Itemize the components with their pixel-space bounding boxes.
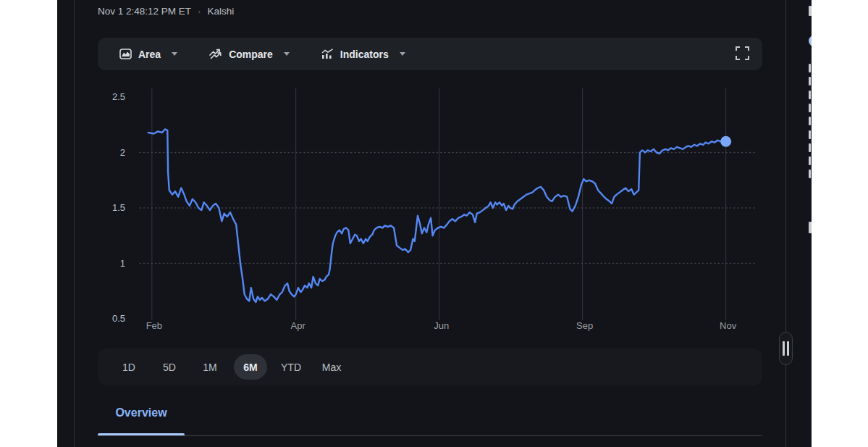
- chart-toolbar: Area Compare Indicators: [98, 38, 762, 70]
- last-price-dot: [720, 136, 731, 147]
- x-tick-label: Jun: [434, 320, 449, 331]
- grip-bar-icon: [787, 341, 789, 356]
- panel-divider: [785, 0, 786, 447]
- range-button-1d[interactable]: 1D: [112, 354, 146, 380]
- app-window: Nov 1 2:48:12 PM ET · Kalshi Area Compar…: [57, 0, 812, 447]
- chevron-down-icon: [400, 52, 405, 56]
- tab-divider: [98, 435, 762, 436]
- compare-dropdown[interactable]: Compare: [209, 49, 290, 60]
- chevron-down-icon: [284, 52, 290, 56]
- price-chart[interactable]: FebAprJunSepNov2.521.510.5: [98, 80, 762, 341]
- quote-meta: Nov 1 2:48:12 PM ET · Kalshi: [98, 6, 234, 17]
- time-range-bar: 1D5D1M6MYTDMax: [98, 348, 762, 385]
- indicators-icon: [321, 49, 334, 59]
- clipped-text-fragment: [809, 143, 811, 152]
- x-tick-label: Nov: [720, 320, 737, 331]
- clipped-text-fragment: [809, 156, 811, 165]
- left-rail-divider: [74, 0, 75, 447]
- clipped-text-fragment: [809, 77, 811, 85]
- x-tick-label: Sep: [576, 320, 593, 331]
- area-chart-icon: [119, 49, 132, 59]
- clipped-text-fragment: [809, 130, 811, 139]
- clipped-text-fragment: [809, 91, 811, 99]
- compare-icon: [209, 49, 222, 59]
- clipped-text-fragment: [809, 64, 811, 72]
- indicators-dropdown[interactable]: Indicators: [321, 49, 405, 60]
- y-tick-label: 2: [120, 147, 125, 158]
- y-tick-label: 1.5: [112, 202, 125, 213]
- price-line: [148, 129, 726, 302]
- tab-overview[interactable]: Overview: [98, 406, 185, 419]
- clipped-text-fragment: [809, 222, 812, 233]
- range-button-5d[interactable]: 5D: [153, 354, 186, 380]
- fullscreen-icon: [736, 46, 749, 60]
- chart-type-dropdown[interactable]: Area: [119, 49, 177, 60]
- chevron-down-icon: [172, 52, 177, 56]
- tab-overview-label: Overview: [115, 406, 167, 419]
- y-tick-label: 1: [120, 258, 125, 269]
- clipped-text-fragment: [809, 170, 811, 178]
- x-tick-label: Apr: [291, 320, 306, 331]
- grip-bar-icon: [783, 341, 785, 356]
- separator-dot: ·: [198, 6, 201, 17]
- clipped-bullet-fragment: [809, 35, 812, 46]
- panel-resize-handle[interactable]: [779, 332, 793, 365]
- range-button-6m[interactable]: 6M: [234, 354, 267, 380]
- chart-type-label: Area: [138, 49, 161, 60]
- range-button-max[interactable]: Max: [315, 354, 348, 380]
- fullscreen-button[interactable]: [733, 43, 752, 65]
- y-tick-label: 2.5: [112, 91, 125, 102]
- range-button-1m[interactable]: 1M: [193, 354, 227, 380]
- range-button-ytd[interactable]: YTD: [274, 354, 308, 380]
- quote-timestamp: Nov 1 2:48:12 PM ET: [98, 6, 191, 17]
- x-tick-label: Feb: [146, 320, 162, 331]
- clipped-text-fragment: [809, 104, 811, 112]
- quote-source: Kalshi: [208, 6, 235, 17]
- clipped-text-fragment: [809, 117, 811, 125]
- clipped-text-fragment: [809, 6, 812, 16]
- indicators-label: Indicators: [340, 49, 389, 60]
- compare-label: Compare: [229, 49, 273, 60]
- y-tick-label: 0.5: [112, 313, 125, 324]
